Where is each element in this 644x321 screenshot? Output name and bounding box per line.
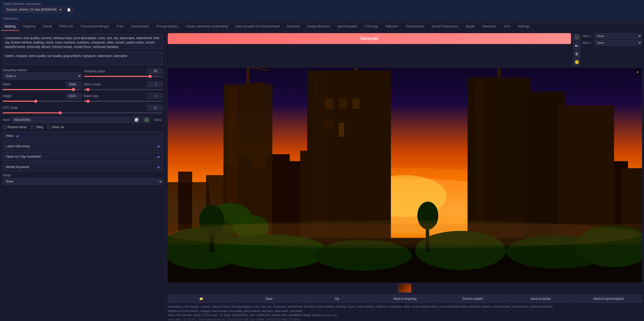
image-area: ✕ — [168, 68, 642, 282]
tab-smart-preprocess[interactable]: Smart Preprocess — [428, 22, 462, 31]
style2-label: Style 2 — [582, 41, 593, 44]
model-keyword-arrow: ◀ — [157, 165, 159, 169]
restore-faces-label: Restore faces — [8, 125, 27, 129]
sampling-method-select[interactable]: Euler a — [3, 73, 82, 79]
svg-rect-29 — [339, 98, 347, 109]
tab-create-aesthetic[interactable]: Create aesthetic embedding — [182, 22, 232, 31]
tab-openoutpaint[interactable]: openOutpaint — [333, 22, 361, 31]
send-img2img-button[interactable]: Send to img2img — [371, 295, 438, 303]
trash-icon-btn[interactable]: 🗑 — [573, 50, 580, 57]
width-slider[interactable] — [3, 89, 82, 90]
seed-recycle-btn[interactable]: ♻️ — [142, 116, 151, 123]
tab-tokenizer[interactable]: Tokenizer — [478, 22, 500, 31]
folder-button[interactable]: 📁 — [168, 295, 235, 303]
positive-prompt[interactable]: masterpiece, best quality, scenery, shib… — [3, 34, 163, 49]
cfg-thumb — [59, 111, 62, 114]
script-label: Script — [3, 173, 163, 177]
send-extras-button[interactable]: Send to extras — [507, 295, 574, 303]
seed-random-btn[interactable]: 🎲 — [132, 116, 141, 123]
width-fill — [3, 89, 74, 90]
tab-txt2img[interactable]: txt2img — [1, 22, 19, 31]
tab-settings[interactable]: Settings — [514, 22, 533, 31]
image-time-text: Time taken: 3m 35.47s. Torch active/rese… — [168, 317, 642, 321]
face-icon-btn[interactable]: 😊 — [573, 59, 580, 66]
svg-rect-32 — [339, 123, 344, 137]
cfg-scale-label: CFG Scale — [3, 106, 18, 110]
style1-row: Style 1 None — [582, 33, 642, 39]
script-select[interactable]: None — [3, 178, 163, 185]
tab-train[interactable]: Train — [113, 22, 127, 31]
svg-rect-27 — [314, 74, 328, 228]
tab-checkpoint-merger[interactable]: Checkpoint Merger — [77, 22, 113, 31]
width-label: Width — [3, 83, 11, 86]
accordion-clip-aesthetic: Open for Clip Aesthetic! ◀ — [3, 152, 163, 161]
image-negative-text: Negative prompt: lowres, cropped, worst … — [168, 309, 642, 313]
batch-count-slider[interactable] — [84, 89, 163, 90]
tab-dreamartist[interactable]: DreamArtist — [127, 22, 152, 31]
generate-button[interactable]: Generate — [168, 33, 571, 44]
sampling-steps-input[interactable] — [147, 68, 163, 74]
restore-faces-box — [3, 125, 6, 129]
cfg-fill — [3, 112, 60, 113]
hires-fix-label: Hires. fix — [52, 125, 64, 129]
left-panel: masterpiece, best quality, scenery, shib… — [0, 31, 166, 321]
height-slider[interactable] — [3, 101, 82, 102]
seed-input[interactable] — [11, 117, 131, 123]
tab-vxa[interactable]: VXA — [500, 22, 514, 31]
send-openoutpaint-button[interactable]: Send to openOutpaint — [575, 295, 642, 303]
style2-select[interactable]: None — [594, 40, 642, 46]
restore-faces-checkbox[interactable]: Restore faces — [3, 125, 27, 129]
negative-prompt[interactable]: lowres, cropped, worst quality, low qual… — [3, 52, 163, 65]
right-top-row: Generate ⬛ ⏭ 🗑 😊 Style 1 None — [168, 33, 642, 66]
tab-css-app[interactable]: CSS App — [361, 22, 382, 31]
tab-dreambooth[interactable]: Dreambooth — [402, 22, 428, 31]
interrupt-icon-btn[interactable]: ⬛ — [573, 34, 580, 41]
tab-extras[interactable]: Extras — [39, 22, 56, 31]
latent-mirroring-arrow: ◀ — [157, 144, 159, 148]
save-button[interactable]: Save — [236, 295, 302, 303]
clip-aesthetic-header[interactable]: Open for Clip Aesthetic! ◀ — [3, 152, 163, 161]
sampling-steps-slider[interactable] — [84, 76, 163, 77]
batch-count-label: Batch count — [84, 83, 100, 86]
hires-fix-checkbox[interactable]: Hires. fix — [47, 125, 64, 129]
width-input[interactable] — [66, 82, 82, 87]
tab-image-browser[interactable]: Image Browser — [304, 22, 333, 31]
height-input[interactable] — [66, 93, 82, 99]
tiling-checkbox[interactable]: Tiling — [31, 125, 43, 129]
tabs-bar: txt2img img2img Extras PNG Info Checkpoi… — [0, 22, 644, 31]
style1-label: Style 1 — [582, 34, 593, 38]
thumbnail-1[interactable] — [398, 283, 411, 293]
model-keyword-label: Model Keyword — [6, 165, 29, 169]
top-bar: Stable Diffusion checkpoint Elysium_Anim… — [0, 0, 644, 15]
seed-label: Seed — [3, 118, 10, 122]
tab-pnginfo[interactable]: PNG Info — [56, 22, 77, 31]
batch-count-input[interactable] — [147, 82, 163, 87]
checkpoint-select[interactable]: Elysium_Anime_V2.ckpt [6b508e59] — [3, 6, 63, 13]
tab-depth[interactable]: Depth — [462, 22, 478, 31]
tab-deforum[interactable]: Deforum — [283, 22, 304, 31]
tab-prompt-gallery[interactable]: Prompt Gallery — [152, 22, 182, 31]
sampling-steps-thumb — [149, 75, 152, 78]
tab-img2img[interactable]: img2img — [19, 22, 39, 31]
checkpoint-icon-btn[interactable]: 📋 — [64, 6, 73, 13]
batch-size-slider[interactable] — [84, 101, 163, 102]
close-image-btn[interactable]: ✕ — [635, 69, 640, 75]
hires-header[interactable]: Hires ◀ — [3, 132, 163, 140]
seed-row: Seed 🎲 ♻️ Extra — [3, 116, 163, 123]
height-label: Height — [3, 94, 12, 98]
cfg-scale-input[interactable] — [147, 105, 163, 111]
zip-button[interactable]: Zip — [304, 295, 370, 303]
tab-auto-sd[interactable]: auto-sd-paint-ext Guide/Panel — [231, 22, 283, 31]
style1-select[interactable]: None — [594, 33, 642, 39]
cfg-scale-slider[interactable] — [3, 112, 163, 113]
extensions-label: Extensions — [3, 17, 18, 20]
style2-row: Style 2 None — [582, 40, 642, 46]
send-inpaint-button[interactable]: Send to inpaint — [439, 295, 506, 303]
checkpoint-label: Stable Diffusion checkpoint — [3, 2, 73, 6]
latent-mirroring-header[interactable]: Latent Mirroring ◀ — [3, 142, 163, 150]
skip-icon-btn[interactable]: ⏭ — [573, 42, 580, 49]
model-keyword-header[interactable]: Model Keyword ◀ — [3, 163, 163, 171]
batch-size-input[interactable] — [147, 93, 163, 99]
tab-riffusion[interactable]: Riffusion — [382, 22, 402, 31]
seed-extra-btn[interactable]: Extra — [152, 117, 163, 123]
